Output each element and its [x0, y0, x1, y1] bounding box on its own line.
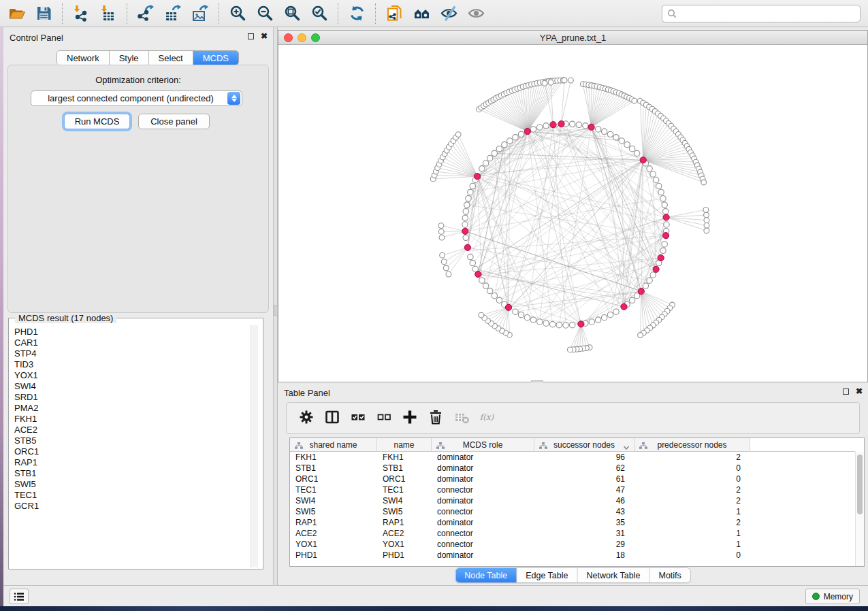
cell-name[interactable]: YOX1 — [377, 539, 432, 550]
network-node[interactable] — [613, 309, 619, 314]
cell-name[interactable]: TEC1 — [377, 484, 432, 495]
float-panel-icon[interactable] — [248, 33, 254, 39]
columns-button[interactable] — [319, 406, 345, 431]
mcds-result-item[interactable]: SWI5 — [10, 479, 249, 490]
column-header-predecessor-nodes[interactable]: predecessor nodes — [634, 438, 750, 452]
network-node[interactable] — [492, 150, 497, 156]
criterion-dropdown[interactable]: largest connected component (undirected) — [31, 90, 242, 106]
network-node[interactable] — [629, 297, 634, 303]
show-all-button[interactable] — [462, 2, 489, 25]
network-leaf-node[interactable] — [438, 223, 444, 229]
network-node[interactable] — [595, 127, 600, 132]
import-network-button[interactable] — [67, 2, 95, 25]
table-row[interactable]: RAP1RAP1dominator352 — [290, 517, 855, 528]
delete-table-button[interactable] — [449, 406, 475, 431]
cell-shared-name[interactable]: SWI5 — [290, 506, 377, 517]
network-leaf-node[interactable] — [440, 252, 445, 258]
cell-shared-name[interactable]: ACE2 — [290, 528, 377, 539]
network-node[interactable] — [468, 254, 473, 259]
add-column-button[interactable] — [397, 406, 423, 431]
cell-shared-name[interactable]: STB1 — [290, 463, 377, 474]
cell-predecessor-nodes[interactable]: 2 — [634, 495, 750, 506]
tab-motifs[interactable]: Motifs — [649, 568, 690, 582]
network-node[interactable] — [601, 129, 607, 134]
cell-name[interactable]: RAP1 — [377, 517, 432, 528]
network-node[interactable] — [660, 196, 666, 201]
cell-successor-nodes[interactable]: 35 — [534, 517, 634, 528]
search-box[interactable] — [662, 5, 861, 22]
cell-MCDS-role[interactable]: dominator — [432, 495, 534, 506]
network-node[interactable] — [483, 161, 488, 166]
network-leaf-node[interactable] — [704, 228, 709, 233]
network-node[interactable] — [647, 166, 652, 171]
network-node[interactable] — [664, 222, 669, 227]
cell-shared-name[interactable]: YOX1 — [290, 539, 377, 550]
cell-name[interactable]: PHD1 — [377, 550, 432, 561]
hide-selected-button[interactable] — [435, 2, 462, 25]
mcds-result-item[interactable]: ORC1 — [10, 446, 249, 457]
network-leaf-node[interactable] — [568, 78, 574, 83]
network-node[interactable] — [601, 315, 607, 320]
network-node[interactable] — [654, 177, 659, 182]
cell-predecessor-nodes[interactable]: 0 — [634, 474, 750, 484]
cell-predecessor-nodes[interactable]: 0 — [634, 463, 750, 474]
network-leaf-node[interactable] — [446, 271, 451, 277]
cell-MCDS-role[interactable]: connector — [432, 539, 534, 550]
table-scrollbar[interactable] — [855, 452, 864, 566]
mcds-hub-node[interactable] — [464, 244, 470, 250]
float-table-panel-icon[interactable] — [843, 389, 849, 395]
mcds-result-item[interactable]: STB1 — [10, 468, 249, 479]
network-node[interactable] — [619, 138, 624, 144]
table-row[interactable]: TEC1TEC1connector472 — [290, 484, 855, 495]
cell-MCDS-role[interactable]: dominator — [432, 550, 534, 561]
network-node[interactable] — [518, 131, 524, 137]
network-leaf-node[interactable] — [439, 235, 445, 240]
network-node[interactable] — [589, 319, 594, 325]
mcds-result-item[interactable]: GCR1 — [10, 501, 249, 512]
close-panel-icon[interactable]: ✖ — [261, 33, 268, 39]
cell-name[interactable]: STB1 — [377, 463, 432, 474]
cell-successor-nodes[interactable]: 62 — [534, 463, 634, 474]
mcds-result-item[interactable]: STP4 — [10, 348, 249, 359]
cell-MCDS-role[interactable]: dominator — [432, 517, 534, 528]
tab-network-table[interactable]: Network Table — [578, 568, 650, 582]
network-node[interactable] — [550, 322, 556, 327]
network-leaf-node[interactable] — [703, 208, 709, 213]
column-header-successor-nodes[interactable]: successor nodes — [534, 438, 634, 452]
cell-successor-nodes[interactable]: 18 — [534, 550, 634, 561]
mcds-hub-node[interactable] — [462, 228, 468, 234]
cell-predecessor-nodes[interactable]: 1 — [634, 528, 750, 539]
network-graph[interactable] — [278, 45, 867, 382]
network-node[interactable] — [663, 209, 669, 214]
network-leaf-node[interactable] — [704, 212, 709, 218]
mcds-hub-node[interactable] — [663, 214, 669, 220]
run-mcds-button[interactable]: Run MCDS — [64, 114, 130, 129]
zoom-in-button[interactable] — [224, 2, 251, 25]
network-node[interactable] — [524, 315, 530, 320]
network-node[interactable] — [570, 121, 575, 127]
network-node[interactable] — [463, 235, 468, 240]
table-row[interactable]: YOX1YOX1connector291 — [290, 539, 855, 550]
tab-mcds[interactable]: MCDS — [193, 51, 238, 65]
network-leaf-node[interactable] — [548, 80, 553, 85]
network-node[interactable] — [650, 272, 656, 278]
mcds-hub-node[interactable] — [640, 157, 646, 163]
function-builder-button[interactable]: f(x) — [475, 406, 500, 431]
table-row[interactable]: FKH1FKH1dominator962 — [290, 452, 855, 463]
cell-successor-nodes[interactable]: 61 — [534, 474, 634, 484]
network-node[interactable] — [470, 260, 475, 265]
cell-MCDS-role[interactable]: dominator — [432, 474, 534, 484]
mcds-result-item[interactable]: RAP1 — [10, 457, 249, 468]
table-row[interactable]: ORC1ORC1dominator610 — [290, 474, 855, 484]
cell-predecessor-nodes[interactable]: 0 — [634, 550, 750, 561]
network-node[interactable] — [513, 309, 518, 314]
network-node[interactable] — [492, 293, 497, 299]
unselect-all-columns-button[interactable] — [371, 406, 397, 431]
column-header-MCDS-role[interactable]: MCDS role — [432, 438, 534, 452]
mcds-result-item[interactable]: PHD1 — [10, 327, 249, 337]
mcds-hub-node[interactable] — [658, 254, 664, 261]
network-leaf-node[interactable] — [562, 78, 567, 83]
network-node[interactable] — [656, 183, 662, 188]
network-node[interactable] — [483, 283, 488, 288]
tab-style[interactable]: Style — [110, 51, 149, 65]
